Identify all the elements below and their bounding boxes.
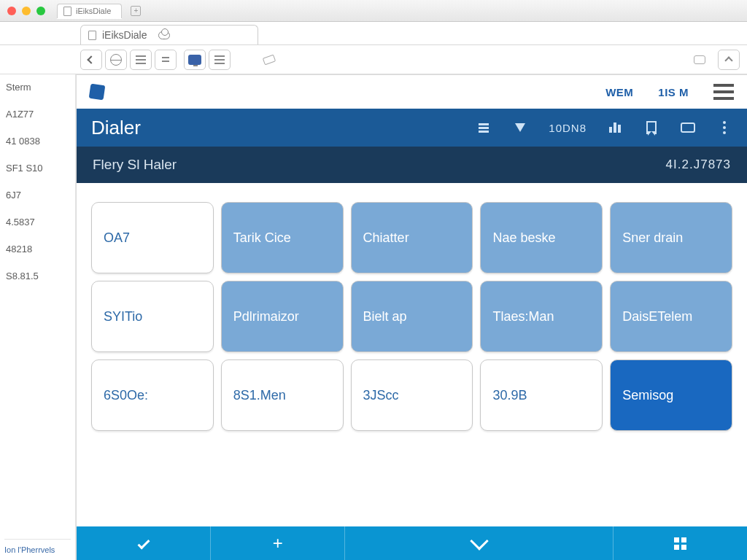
tile-label: Tarik Cice bbox=[233, 230, 291, 246]
content-area: WEM 1IS M Dialer 10DN8 Flery Sl Haler 4I… bbox=[76, 74, 747, 560]
chevron-down-icon bbox=[470, 532, 488, 550]
list-button[interactable] bbox=[130, 50, 152, 70]
window-minimize-button[interactable] bbox=[22, 7, 31, 15]
os-titlebar: iEiksDiale + bbox=[0, 0, 747, 22]
tile-label: Nae beske bbox=[492, 230, 555, 246]
page-icon bbox=[88, 31, 96, 40]
window-zoom-button[interactable] bbox=[36, 7, 45, 15]
footer-confirm-button[interactable] bbox=[77, 526, 210, 560]
cloud-icon bbox=[158, 31, 170, 39]
section-header: Dialer 10DN8 bbox=[77, 109, 747, 147]
os-tab[interactable]: iEiksDiale bbox=[57, 4, 122, 18]
sub-header-right: 4I.2.J7873 bbox=[666, 158, 731, 172]
dial-tile[interactable]: Tarik Cice bbox=[221, 202, 344, 273]
tile-label: Pdlrimaizor bbox=[233, 309, 299, 324]
top-link-wem[interactable]: WEM bbox=[605, 86, 633, 98]
tile-label: Bielt ap bbox=[363, 309, 407, 324]
window-close-button[interactable] bbox=[7, 7, 16, 15]
dial-tile[interactable]: DaisETelem bbox=[610, 281, 732, 352]
left-rail: Sterm A1Z77 41 0838 SF1 S10 6J7 4.5837 4… bbox=[0, 74, 76, 560]
sub-header: Flery Sl Haler 4I.2.J7873 bbox=[77, 147, 747, 183]
rail-item[interactable]: SF1 S10 bbox=[4, 161, 71, 175]
dial-tile[interactable]: Sner drain bbox=[610, 202, 732, 273]
dial-tile[interactable]: Semisog bbox=[610, 359, 732, 431]
back-button[interactable] bbox=[80, 50, 102, 70]
stack-icon[interactable] bbox=[476, 120, 492, 135]
dial-tile[interactable]: Tlaes:Man bbox=[480, 281, 603, 352]
tile-label: 6S0Oe: bbox=[104, 388, 148, 403]
footer-bar: + bbox=[77, 526, 747, 560]
check-icon bbox=[137, 537, 150, 550]
eraser-button[interactable] bbox=[258, 50, 280, 70]
dial-tile[interactable]: 30.9B bbox=[480, 359, 603, 431]
rail-item[interactable]: A1Z77 bbox=[4, 107, 71, 121]
grid-icon bbox=[674, 537, 686, 550]
dial-tile[interactable]: SYITio bbox=[91, 281, 214, 352]
tile-label: 30.9B bbox=[492, 388, 527, 403]
tile-label: Chiatter bbox=[363, 230, 409, 246]
bookmark-icon[interactable] bbox=[643, 120, 659, 135]
dial-tile[interactable]: 8S1.Men bbox=[221, 359, 344, 431]
collapse-up-button[interactable] bbox=[718, 50, 740, 70]
footer-grid-button[interactable] bbox=[613, 526, 747, 560]
rail-item[interactable]: S8.81.5 bbox=[4, 269, 71, 283]
rail-item[interactable]: 4.5837 bbox=[4, 215, 71, 229]
rail-item[interactable]: Sterm bbox=[4, 80, 71, 94]
section-title: Dialer bbox=[91, 117, 141, 139]
dial-tile[interactable]: Bielt ap bbox=[351, 281, 473, 352]
os-tab-label: iEiksDiale bbox=[76, 7, 111, 15]
count-label: 10DN8 bbox=[549, 122, 587, 134]
rail-item[interactable]: 41 0838 bbox=[4, 134, 71, 148]
os-new-tab-button[interactable]: + bbox=[131, 6, 141, 16]
menu-icon[interactable] bbox=[713, 84, 734, 100]
footer-expand-button[interactable] bbox=[344, 526, 612, 560]
page-icon bbox=[63, 7, 71, 16]
tile-label: OA7 bbox=[104, 230, 130, 246]
tile-grid-wrap: OA7Tarik CiceChiatterNae beskeSner drain… bbox=[77, 183, 747, 526]
browser-tab-label: iEiksDiale bbox=[102, 29, 147, 41]
main-layout: Sterm A1Z77 41 0838 SF1 S10 6J7 4.5837 4… bbox=[0, 74, 747, 560]
dial-tile[interactable]: Chiatter bbox=[351, 202, 473, 273]
globe-button[interactable] bbox=[105, 50, 127, 70]
rail-footer-link[interactable]: Ion l'Pherrvels bbox=[4, 539, 71, 554]
dial-tile[interactable]: 6S0Oe: bbox=[91, 359, 214, 431]
tile-label: 3JScc bbox=[363, 388, 399, 403]
rail-item[interactable]: 48218 bbox=[4, 242, 71, 256]
chart-icon[interactable] bbox=[607, 120, 623, 135]
top-link-iism[interactable]: 1IS M bbox=[658, 86, 689, 98]
plus-icon: + bbox=[273, 533, 283, 553]
dial-tile[interactable]: Pdlrimaizor bbox=[221, 281, 344, 352]
browser-tabs: iEiksDiale bbox=[0, 22, 747, 45]
monitor-button[interactable] bbox=[184, 50, 206, 70]
app-logo-icon bbox=[89, 84, 106, 101]
browser-tab[interactable]: iEiksDiale bbox=[80, 25, 258, 44]
footer-add-button[interactable]: + bbox=[210, 526, 344, 560]
tile-grid: OA7Tarik CiceChiatterNae beskeSner drain… bbox=[91, 202, 732, 431]
tile-label: Tlaes:Man bbox=[492, 309, 554, 324]
tile-label: Semisog bbox=[622, 388, 673, 403]
app-topbar: WEM 1IS M bbox=[77, 75, 747, 109]
dial-tile[interactable]: Nae beske bbox=[480, 202, 603, 273]
menu-lines-button[interactable] bbox=[209, 50, 231, 70]
filter-icon[interactable] bbox=[512, 120, 528, 135]
browser-toolbar bbox=[0, 45, 747, 74]
tag-button[interactable] bbox=[689, 50, 711, 70]
tile-label: 8S1.Men bbox=[233, 388, 286, 403]
dial-tile[interactable]: 3JScc bbox=[351, 359, 473, 431]
dial-tile[interactable]: OA7 bbox=[91, 202, 214, 273]
sub-header-left: Flery Sl Haler bbox=[93, 157, 177, 173]
camera-icon[interactable] bbox=[680, 120, 696, 135]
tile-label: DaisETelem bbox=[622, 309, 692, 324]
more-icon[interactable] bbox=[716, 120, 732, 135]
compact-list-button[interactable] bbox=[155, 50, 177, 70]
tile-label: SYITio bbox=[104, 309, 142, 324]
tile-label: Sner drain bbox=[622, 230, 683, 246]
rail-item[interactable]: 6J7 bbox=[4, 188, 71, 202]
